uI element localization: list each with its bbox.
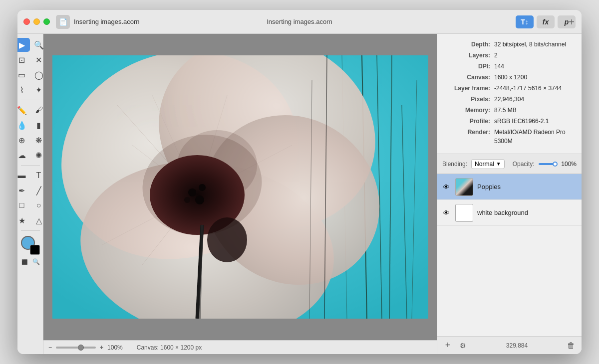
layer-poppies[interactable]: 👁 Poppies [437, 174, 582, 200]
minimize-button[interactable] [33, 18, 40, 25]
memory-label: Memory: [445, 106, 490, 115]
layer-white-thumbnail [455, 204, 473, 222]
svg-point-23 [199, 184, 206, 191]
color-selector[interactable] [21, 236, 40, 255]
add-layer-button[interactable]: + [442, 340, 453, 351]
zoom-tool-small[interactable]: 🔍 [31, 257, 41, 267]
svg-point-26 [207, 217, 247, 262]
window-icon: 📄 [56, 15, 70, 29]
select-tool[interactable]: ▶ [17, 38, 30, 52]
tool-small-icons: ⬛ 🔍 [19, 257, 41, 267]
tool-divider-1 [21, 100, 40, 100]
canvas-size: Canvas: 1600 × 1200 px [137, 344, 202, 351]
tool-row-1: ▶ 🔍 [17, 38, 47, 52]
tool-row-4: ⌇ ✦ [17, 83, 47, 97]
bezier-tool[interactable]: ✒ [17, 183, 30, 197]
heal-tool[interactable]: ⊕ [17, 133, 30, 147]
zoom-level: 100% [107, 344, 123, 351]
pixels-value: 22,946,304 [494, 95, 524, 104]
opacity-slider[interactable] [539, 163, 558, 165]
layers-value: 2 [494, 51, 498, 60]
opacity-label: Opacity: [513, 161, 535, 168]
depth-label: Depth: [445, 40, 490, 49]
tool-row-5: ✏️ 🖌 [17, 103, 47, 117]
maximize-button[interactable] [43, 18, 50, 25]
crop-tool[interactable]: ⊡ [17, 53, 30, 67]
info-layers: Layers: 2 [445, 51, 574, 60]
rect-tool[interactable]: □ [17, 198, 30, 212]
fx-tool-button[interactable]: fx [537, 15, 555, 28]
layer-settings-button[interactable]: ⚙ [457, 340, 468, 351]
tool-divider-2 [21, 165, 40, 166]
svg-point-22 [188, 188, 196, 196]
blur-tool[interactable]: ☁ [17, 148, 30, 162]
canvas-image[interactable] [52, 55, 428, 319]
profile-value: sRGB IEC61966-2.1 [494, 117, 549, 126]
layer-poppies-visibility[interactable]: 👁 [441, 182, 451, 192]
delete-layer-button[interactable]: 🗑 [566, 340, 577, 351]
main-content: ▶ 🔍 ⊡ ✕ ▭ ◯ ⌇ ✦ ✏️ 🖌 💧 ▮ [17, 34, 582, 354]
rect-select-tool[interactable]: ▭ [17, 68, 30, 82]
info-profile: Profile: sRGB IEC61966-2.1 [445, 117, 574, 126]
layer-white-background[interactable]: 👁 white background [437, 200, 582, 226]
blending-chevron-icon: ▼ [496, 161, 501, 167]
background-color[interactable] [30, 245, 40, 255]
main-window: 📄 Inserting images.acorn Inserting image… [17, 10, 582, 354]
info-pixels: Pixels: 22,946,304 [445, 95, 574, 104]
reset-colors[interactable]: ⬛ [19, 257, 29, 267]
close-button[interactable] [23, 18, 30, 25]
tool-divider-3 [21, 230, 40, 231]
tool-row-2: ⊡ ✕ [17, 53, 47, 67]
layers-list: 👁 Poppies 👁 white background [437, 174, 582, 336]
info-dpi: DPI: 144 [445, 62, 574, 71]
blending-select[interactable]: Normal ▼ [471, 159, 505, 169]
zoom-thumb [78, 345, 84, 351]
blending-value: Normal [475, 161, 494, 168]
profile-label: Profile: [445, 117, 490, 126]
info-layerframe: Layer frame: -2448,-1717 5616 × 3744 [445, 84, 574, 93]
info-panel: Depth: 32 bits/pixel, 8 bits/channel Lay… [437, 34, 582, 154]
layer-poppies-thumbnail [455, 178, 473, 196]
layer-poppies-name: Poppies [477, 183, 578, 190]
canvas-container [43, 34, 437, 340]
layers-label: Layers: [445, 51, 490, 60]
layerframe-label: Layer frame: [445, 84, 490, 93]
svg-point-24 [195, 195, 204, 204]
blending-label: Blending: [442, 161, 467, 168]
layers-footer: + ⚙ 329,884 🗑 [437, 336, 582, 354]
layer-white-visibility[interactable]: 👁 [441, 208, 451, 218]
dpi-value: 144 [494, 62, 504, 71]
dpi-label: DPI: [445, 62, 490, 71]
memory-value: 87.5 MB [494, 106, 517, 115]
canvas-area: − + 100% Canvas: 1600 × 1200 px [43, 34, 437, 354]
add-panel-button[interactable]: + [569, 16, 575, 27]
poppy-svg [52, 55, 428, 319]
pen-tool[interactable]: ✏️ [17, 103, 30, 117]
dropper-tool[interactable]: 💧 [17, 118, 30, 132]
left-toolbar: ▶ 🔍 ⊡ ✕ ▭ ◯ ⌇ ✦ ✏️ 🖌 💧 ▮ [17, 34, 43, 354]
text-tool-button[interactable]: T↕ [516, 15, 534, 28]
info-render: Render: Metal/IO/AMD Radeon Pro 5300M [445, 128, 574, 146]
render-value: Metal/IO/AMD Radeon Pro 5300M [494, 128, 574, 146]
depth-value: 32 bits/pixel, 8 bits/channel [494, 40, 566, 49]
shape-tool[interactable]: ▬ [17, 169, 30, 182]
window-title: Inserting images.acorn [267, 18, 332, 25]
tool-row-7: ⊕ ❋ [17, 133, 47, 147]
zoom-out-button[interactable]: − [48, 344, 52, 351]
canvas-statusbar: − + 100% Canvas: 1600 × 1200 px [43, 340, 437, 354]
traffic-lights [23, 18, 50, 25]
zoom-in-button[interactable]: + [100, 344, 103, 351]
titlebar-tools: T↕ fx p [516, 15, 576, 28]
lasso-tool[interactable]: ⌇ [17, 83, 30, 97]
tool-row-11: □ ○ [17, 198, 47, 212]
pixels-label: Pixels: [445, 95, 490, 104]
star-tool[interactable]: ★ [17, 213, 30, 227]
canvas-label: Canvas: [445, 73, 490, 82]
tool-row-9: ▬ T [17, 169, 47, 182]
blending-bar: Blending: Normal ▼ Opacity: 100% [437, 154, 582, 174]
tool-row-8: ☁ ✺ [17, 148, 47, 162]
opacity-value: 100% [561, 161, 577, 168]
layers-panel: Blending: Normal ▼ Opacity: 100% 👁 [437, 154, 582, 354]
zoom-slider[interactable] [56, 347, 96, 349]
render-label: Render: [445, 128, 490, 146]
